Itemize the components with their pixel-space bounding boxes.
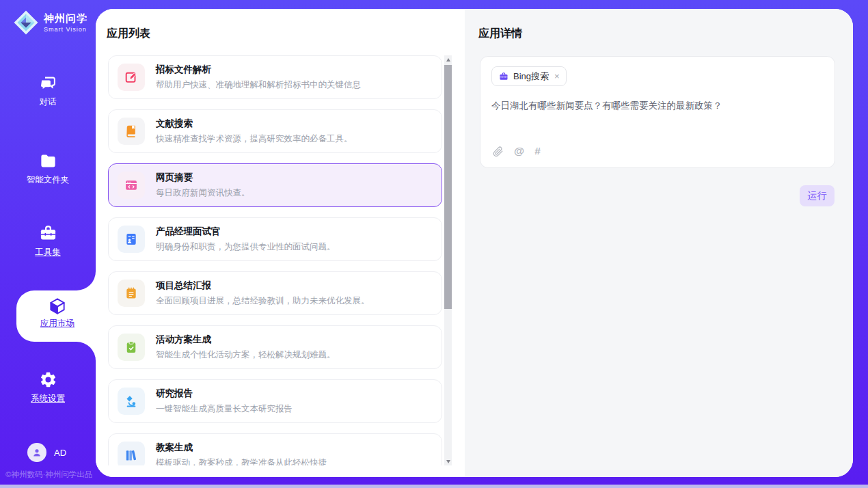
user-name: AD [54,448,66,458]
cube-icon [48,297,67,316]
app-description: 智能生成个性化活动方案，轻松解决规划难题。 [156,349,336,361]
user-row: AD [27,443,66,462]
sidebar-item-app-market[interactable]: 应用市场 [16,290,98,342]
toolbox-icon [39,224,57,243]
app-detail-title: 应用详情 [478,27,522,41]
run-button[interactable]: 运行 [800,185,835,206]
copyright-text: ©神州数码·神州问学出品 [5,470,92,480]
app-list-title: 应用列表 [107,27,150,41]
app-card[interactable]: 活动方案生成 智能生成个性化活动方案，轻松解决规划难题。 [108,325,442,369]
app-detail-panel: 应用详情 Bing搜索 × 今日湖北有哪些新闻要点？有哪些需要关注的最新政策？ [465,9,853,477]
microscope-icon [118,388,145,415]
sidebar-item-chat[interactable]: 对话 [0,74,96,108]
app-name: 项目总结汇报 [156,280,370,292]
brand-logo: 神州问学 Smart Vision [12,9,87,36]
scroll-down-button[interactable] [444,457,452,465]
window-bottom-edge [0,485,868,488]
scrollbar [444,55,452,465]
sidebar-item-label: 系统设置 [0,393,96,405]
attach-toolbar: @ # [492,145,541,157]
sidebar: 神州问学 Smart Vision 对话 智能文件夹 工具 [0,0,96,488]
sidebar-item-settings[interactable]: 系统设置 [0,370,96,405]
gear-icon [39,370,57,389]
app-name: 活动方案生成 [156,334,336,346]
app-name: 网页摘要 [156,172,250,184]
edit-square-icon [118,64,145,91]
sidebar-item-toolset[interactable]: 工具集 [0,224,96,258]
app-name: 招标文件解析 [156,64,361,76]
notepad-icon [118,280,145,307]
paperclip-icon[interactable] [492,146,504,157]
app-name: 教案生成 [156,442,327,454]
app-card[interactable]: 网页摘要 每日政府新闻资讯快查。 [108,163,442,207]
app-card[interactable]: 产品经理面试官 明确身份和职责，为您提供专业性的面试问题。 [108,217,442,261]
sidebar-item-label: 应用市场 [16,318,98,329]
diamond-logo-icon [12,9,40,36]
person-icon [31,446,43,459]
app-list: 招标文件解析 帮助用户快速、准确地理解和解析招标书中的关键信息 文献搜索 快速精… [96,55,465,465]
sidebar-item-label: 对话 [0,96,96,108]
app-description: 帮助用户快速、准确地理解和解析招标书中的关键信息 [156,79,361,91]
sidebar-item-label: 智能文件夹 [0,174,96,186]
book-icon [118,118,145,145]
hash-icon[interactable]: # [534,145,541,157]
interview-doc-icon [118,226,145,253]
books-icon [118,442,145,465]
active-tab-curve-top [77,271,96,290]
close-icon[interactable]: × [554,72,560,81]
app-name: 产品经理面试官 [156,226,336,238]
scrollbar-thumb[interactable] [444,65,452,309]
browser-code-icon [118,172,145,199]
clipboard-check-icon [118,334,145,361]
app-list-panel: 应用列表 招标文件解析 帮助用户快速、准确地理解和解析招标书中的关键信息 文献搜… [96,9,465,477]
app-description: 每日政府新闻资讯快查。 [156,187,250,199]
app-description: 全面回顾项目进展，总结经验教训，助力未来优化发展。 [156,295,370,307]
prompt-input-card: Bing搜索 × 今日湖北有哪些新闻要点？有哪些需要关注的最新政策？ @ # [480,56,835,168]
app-card[interactable]: 招标文件解析 帮助用户快速、准确地理解和解析招标书中的关键信息 [108,55,442,99]
app-description: 快速精准查找学术资源，提高研究效率的必备工具。 [156,133,353,145]
app-name: 文献搜索 [156,118,353,130]
avatar[interactable] [27,443,46,462]
folder-icon [39,152,57,170]
briefcase-icon [499,72,508,81]
tool-tag-label: Bing搜索 [513,70,549,83]
app-card[interactable]: 文献搜索 快速精准查找学术资源，提高研究效率的必备工具。 [108,109,442,153]
app-description: 模板驱动，教案秒成，教学准备从此轻松快捷 [156,457,327,465]
app-card[interactable]: 教案生成 模板驱动，教案秒成，教学准备从此轻松快捷 [108,433,442,465]
app-name: 研究报告 [156,388,293,400]
sidebar-item-label: 工具集 [0,247,96,258]
chat-icon [39,74,57,92]
at-icon[interactable]: @ [514,145,524,157]
app-card[interactable]: 项目总结汇报 全面回顾项目进展，总结经验教训，助力未来优化发展。 [108,271,442,315]
app-card[interactable]: 研究报告 一键智能生成高质量长文本研究报告 [108,379,442,423]
main-content: 应用列表 招标文件解析 帮助用户快速、准确地理解和解析招标书中的关键信息 文献搜… [96,9,853,477]
app-description: 一键智能生成高质量长文本研究报告 [156,403,293,415]
query-input[interactable]: 今日湖北有哪些新闻要点？有哪些需要关注的最新政策？ [491,99,824,113]
app-window: 神州问学 Smart Vision 对话 智能文件夹 工具 [0,0,868,488]
app-description: 明确身份和职责，为您提供专业性的面试问题。 [156,241,336,253]
scroll-up-button[interactable] [444,55,452,64]
brand-subtitle: Smart Vision [44,26,87,33]
sidebar-item-smart-folders[interactable]: 智能文件夹 [0,152,96,186]
tool-tag-bing-search[interactable]: Bing搜索 × [491,66,567,86]
brand-title: 神州问学 [44,12,87,25]
active-tab-curve-bottom [77,342,96,361]
